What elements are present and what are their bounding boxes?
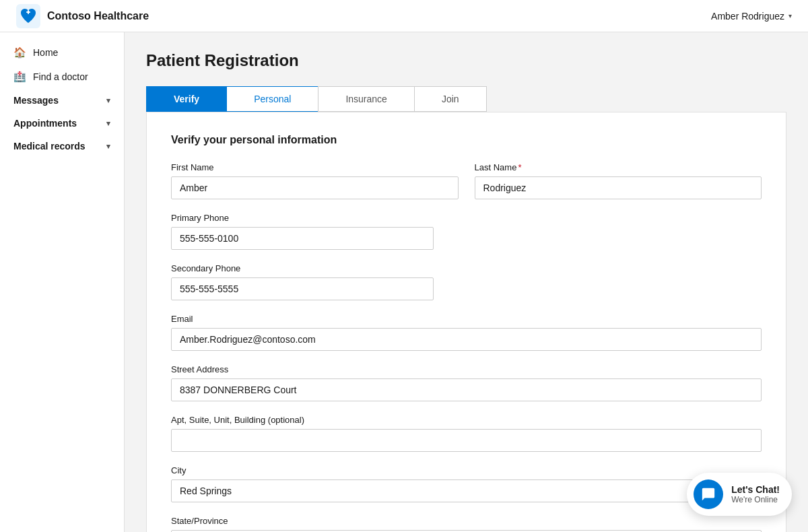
sidebar-item-appointments[interactable]: Appointments ▾ [0, 112, 124, 135]
street-address-label: Street Address [171, 364, 762, 374]
state-row: State/Province [171, 516, 762, 532]
state-label: State/Province [171, 516, 762, 526]
sidebar-item-find-doctor[interactable]: 🏥 Find a doctor [0, 65, 124, 89]
logo-icon [16, 4, 40, 28]
sidebar-item-medical-records[interactable]: Medical records ▾ [0, 135, 124, 158]
page-title: Patient Registration [146, 51, 786, 70]
apt-input[interactable] [171, 429, 762, 452]
chat-text: Let's Chat! We're Online [731, 484, 780, 504]
last-name-label: Last Name* [475, 162, 762, 172]
street-address-input[interactable] [171, 378, 762, 401]
primary-phone-label: Primary Phone [171, 213, 434, 223]
user-chevron-icon: ▾ [788, 12, 792, 20]
sidebar: 🏠 Home 🏥 Find a doctor Messages ▾ Appoin… [0, 32, 125, 532]
home-icon: 🏠 [13, 46, 26, 59]
last-name-input[interactable] [475, 176, 762, 199]
sidebar-messages-label: Messages [13, 95, 59, 106]
state-group: State/Province [171, 516, 762, 532]
email-label: Email [171, 314, 762, 324]
street-address-row: Street Address [171, 364, 762, 401]
city-row: City [171, 465, 762, 502]
secondary-phone-row: Secondary Phone [171, 263, 762, 300]
app-header: Contoso Healthcare Amber Rodriguez ▾ [0, 0, 808, 32]
sidebar-item-find-doctor-label: Find a doctor [33, 71, 88, 82]
secondary-phone-input[interactable] [171, 277, 434, 300]
apt-row: Apt, Suite, Unit, Building (optional) [171, 415, 762, 452]
chat-widget[interactable]: Let's Chat! We're Online [687, 473, 792, 516]
email-group: Email [171, 314, 762, 351]
messages-chevron-icon: ▾ [106, 96, 110, 105]
chat-bubble-icon [701, 487, 716, 502]
first-name-input[interactable] [171, 176, 459, 199]
tab-insurance[interactable]: Insurance [318, 86, 414, 112]
chat-subtitle: We're Online [731, 495, 780, 504]
tab-join[interactable]: Join [414, 86, 487, 112]
primary-phone-row: Primary Phone [171, 213, 762, 250]
secondary-phone-label: Secondary Phone [171, 263, 434, 273]
apt-group: Apt, Suite, Unit, Building (optional) [171, 415, 762, 452]
form-section-title: Verify your personal information [171, 134, 762, 146]
email-row: Email [171, 314, 762, 351]
primary-phone-input[interactable] [171, 227, 434, 250]
tab-verify[interactable]: Verify [146, 86, 227, 112]
chat-title: Let's Chat! [731, 484, 780, 495]
sidebar-appointments-label: Appointments [13, 118, 77, 129]
logo: Contoso Healthcare [16, 4, 149, 28]
city-label: City [171, 465, 762, 475]
city-input[interactable] [171, 479, 762, 502]
form-card: Verify your personal information First N… [146, 112, 786, 532]
name-row: First Name Last Name* [171, 162, 762, 199]
first-name-group: First Name [171, 162, 459, 199]
registration-tabs: Verify Personal Insurance Join [146, 86, 786, 112]
sidebar-item-messages[interactable]: Messages ▾ [0, 89, 124, 112]
required-indicator: * [518, 162, 521, 172]
primary-phone-group: Primary Phone [171, 213, 434, 250]
apt-label: Apt, Suite, Unit, Building (optional) [171, 415, 762, 425]
secondary-phone-group: Secondary Phone [171, 263, 434, 300]
tab-personal[interactable]: Personal [226, 86, 318, 112]
user-menu[interactable]: Amber Rodriguez ▾ [711, 11, 792, 22]
chat-icon [694, 479, 723, 509]
sidebar-medical-records-label: Medical records [13, 141, 86, 152]
last-name-group: Last Name* [475, 162, 762, 199]
svg-rect-2 [28, 10, 29, 14]
email-input[interactable] [171, 328, 762, 351]
app-layout: 🏠 Home 🏥 Find a doctor Messages ▾ Appoin… [0, 32, 808, 532]
sidebar-item-home-label: Home [33, 47, 58, 58]
appointments-chevron-icon: ▾ [106, 119, 110, 128]
city-group: City [171, 465, 762, 502]
street-address-group: Street Address [171, 364, 762, 401]
logo-text: Contoso Healthcare [47, 10, 149, 22]
user-name: Amber Rodriguez [711, 11, 784, 22]
sidebar-item-home[interactable]: 🏠 Home [0, 40, 124, 65]
main-content: Patient Registration Verify Personal Ins… [125, 32, 808, 532]
medical-records-chevron-icon: ▾ [106, 142, 110, 151]
find-doctor-icon: 🏥 [13, 71, 26, 83]
first-name-label: First Name [171, 162, 459, 172]
